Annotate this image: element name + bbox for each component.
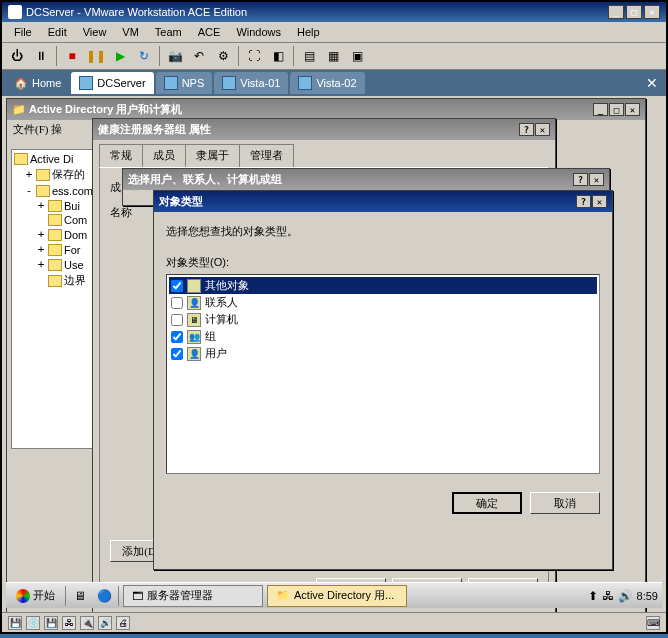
vmware-titlebar: DCServer - VMware Workstation ACE Editio… — [2, 2, 666, 22]
ql-desktop-icon[interactable]: 🖥 — [70, 586, 90, 606]
tab-memberof[interactable]: 隶属于 — [185, 144, 240, 167]
prompt-text: 选择您想查找的对象类型。 — [166, 224, 600, 239]
obj-groups[interactable]: 👥组 — [169, 328, 597, 345]
play-icon[interactable]: ▶ — [109, 45, 131, 67]
views-icon[interactable]: ▦ — [322, 45, 344, 67]
maximize-button[interactable]: □ — [626, 5, 642, 19]
tab-nps[interactable]: NPS — [156, 72, 213, 94]
menu-vm[interactable]: VM — [116, 24, 145, 40]
object-type-list[interactable]: 其他对象 👤联系人 🖥计算机 👥组 👤用户 — [166, 274, 600, 474]
close-button[interactable]: ✕ — [644, 5, 660, 19]
menu-windows[interactable]: Windows — [230, 24, 287, 40]
taskbar-servermanager[interactable]: 🗔服务器管理器 — [123, 585, 263, 607]
reset-icon[interactable]: ↻ — [133, 45, 155, 67]
cancel-button[interactable]: 取消 — [530, 492, 600, 514]
help-button[interactable]: ? — [573, 173, 588, 186]
minimize-button[interactable]: _ — [608, 5, 624, 19]
menu-team[interactable]: Team — [149, 24, 188, 40]
revert-icon[interactable]: ↶ — [188, 45, 210, 67]
vmware-menubar: File Edit View VM Team ACE Windows Help — [2, 22, 666, 42]
maximize-button[interactable]: □ — [609, 103, 624, 116]
folder-icon — [48, 200, 62, 212]
aduc-tree[interactable]: Active Di +保存的 -ess.com +Bui Com +Dom +F… — [11, 149, 103, 449]
status-usb-icon[interactable]: 🔌 — [80, 616, 94, 630]
status-printer-icon[interactable]: 🖨 — [116, 616, 130, 630]
other-icon — [187, 279, 201, 293]
fullscreen-icon[interactable]: ⛶ — [243, 45, 265, 67]
vm-icon — [164, 76, 178, 90]
properties-titlebar[interactable]: 健康注册服务器组 属性 ?✕ — [93, 119, 555, 140]
obj-users[interactable]: 👤用户 — [169, 345, 597, 362]
tab-dcserver[interactable]: DCServer — [71, 72, 153, 94]
close-button[interactable]: ✕ — [625, 103, 640, 116]
checkbox-contacts[interactable] — [171, 297, 183, 309]
tab-close-icon[interactable]: ✕ — [642, 75, 662, 91]
close-button[interactable]: ✕ — [592, 195, 607, 208]
manage-icon[interactable]: ⚙ — [212, 45, 234, 67]
status-floppy-icon[interactable]: 💾 — [44, 616, 58, 630]
taskbar-aduc[interactable]: 📁Active Directory 用... — [267, 585, 407, 607]
ql-ie-icon[interactable]: 🔵 — [94, 586, 114, 606]
snapshot-icon[interactable]: 📷 — [164, 45, 186, 67]
menu-view[interactable]: View — [77, 24, 113, 40]
menu-edit[interactable]: Edit — [42, 24, 73, 40]
vmware-toolbar: ⏻ ⏸ ■ ❚❚ ▶ ↻ 📷 ↶ ⚙ ⛶ ◧ ▤ ▦ ▣ — [2, 42, 666, 70]
close-button[interactable]: ✕ — [535, 123, 550, 136]
folder-icon — [48, 244, 62, 256]
tree-root-icon — [14, 153, 28, 165]
system-tray: ⬆ 🖧 🔊 8:59 — [588, 589, 658, 603]
vm-icon — [298, 76, 312, 90]
unity-icon[interactable]: ◧ — [267, 45, 289, 67]
group-icon: 👥 — [187, 330, 201, 344]
tab-vista02[interactable]: Vista-02 — [290, 72, 364, 94]
obj-other[interactable]: 其他对象 — [169, 277, 597, 294]
menu-help[interactable]: Help — [291, 24, 326, 40]
status-hdd-icon[interactable]: 💾 — [8, 616, 22, 630]
tray-network-icon[interactable]: 🖧 — [602, 589, 614, 603]
checkbox-groups[interactable] — [171, 331, 183, 343]
clock[interactable]: 8:59 — [637, 590, 658, 602]
computer-icon: 🖥 — [187, 313, 201, 327]
help-button[interactable]: ? — [576, 195, 591, 208]
vmware-icon — [8, 5, 22, 19]
folder-icon — [48, 214, 62, 226]
checkbox-users[interactable] — [171, 348, 183, 360]
menu-ace[interactable]: ACE — [192, 24, 227, 40]
stop-icon[interactable]: ■ — [61, 45, 83, 67]
suspend-icon[interactable]: ⏸ — [30, 45, 52, 67]
start-button[interactable]: 开始 — [10, 586, 61, 605]
vmware-title: DCServer - VMware Workstation ACE Editio… — [26, 6, 247, 18]
folder-icon — [48, 229, 62, 241]
tab-general[interactable]: 常规 — [99, 144, 143, 167]
checkbox-computers[interactable] — [171, 314, 183, 326]
thumbnail-icon[interactable]: ▣ — [346, 45, 368, 67]
tab-vista01[interactable]: Vista-01 — [214, 72, 288, 94]
menu-file[interactable]: File — [8, 24, 38, 40]
select-titlebar[interactable]: 选择用户、联系人、计算机或组 ?✕ — [123, 169, 609, 190]
folder-icon — [48, 259, 62, 271]
obj-computers[interactable]: 🖥计算机 — [169, 311, 597, 328]
tab-home[interactable]: 🏠 Home — [6, 73, 69, 94]
minimize-button[interactable]: _ — [593, 103, 608, 116]
close-button[interactable]: ✕ — [589, 173, 604, 186]
vm-icon — [79, 76, 93, 90]
checkbox-other[interactable] — [171, 280, 183, 292]
status-input-icon[interactable]: ⌨ — [646, 616, 660, 630]
vm-icon — [222, 76, 236, 90]
obj-contacts[interactable]: 👤联系人 — [169, 294, 597, 311]
ok-button[interactable]: 确定 — [452, 492, 522, 514]
help-button[interactable]: ? — [519, 123, 534, 136]
status-sound-icon[interactable]: 🔊 — [98, 616, 112, 630]
aduc-titlebar[interactable]: 📁 Active Directory 用户和计算机 _□✕ — [7, 99, 645, 120]
tray-icon[interactable]: ⬆ — [588, 589, 598, 603]
tab-members[interactable]: 成员 — [142, 144, 186, 167]
object-types-titlebar[interactable]: 对象类型 ?✕ — [154, 191, 612, 212]
power-off-icon[interactable]: ⏻ — [6, 45, 28, 67]
tray-volume-icon[interactable]: 🔊 — [618, 589, 633, 603]
status-cd-icon[interactable]: 💿 — [26, 616, 40, 630]
status-net-icon[interactable]: 🖧 — [62, 616, 76, 630]
windows-logo-icon — [16, 589, 30, 603]
tab-managedby[interactable]: 管理者 — [239, 144, 294, 167]
sidebar-icon[interactable]: ▤ — [298, 45, 320, 67]
pause-icon[interactable]: ❚❚ — [85, 45, 107, 67]
